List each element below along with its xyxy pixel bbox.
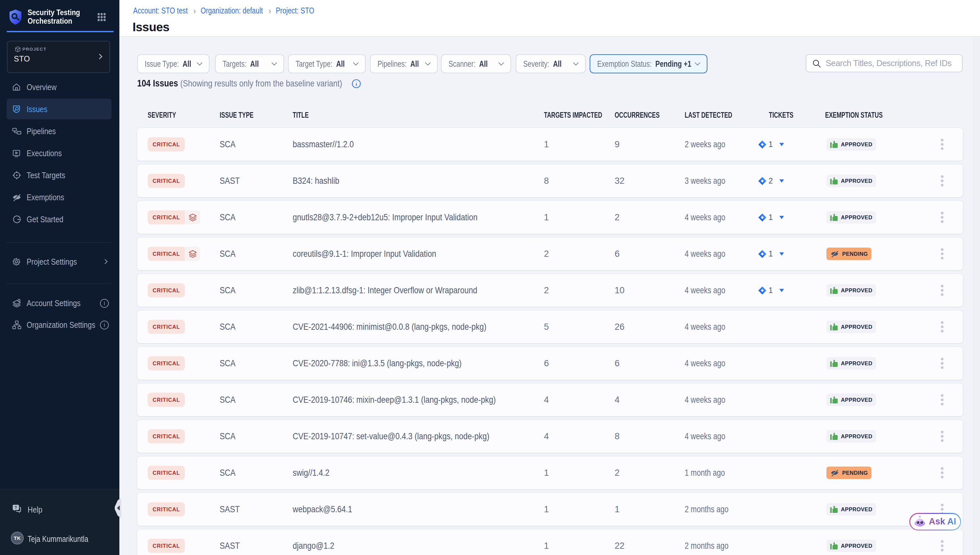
svg-text:?: ?: [14, 505, 17, 510]
